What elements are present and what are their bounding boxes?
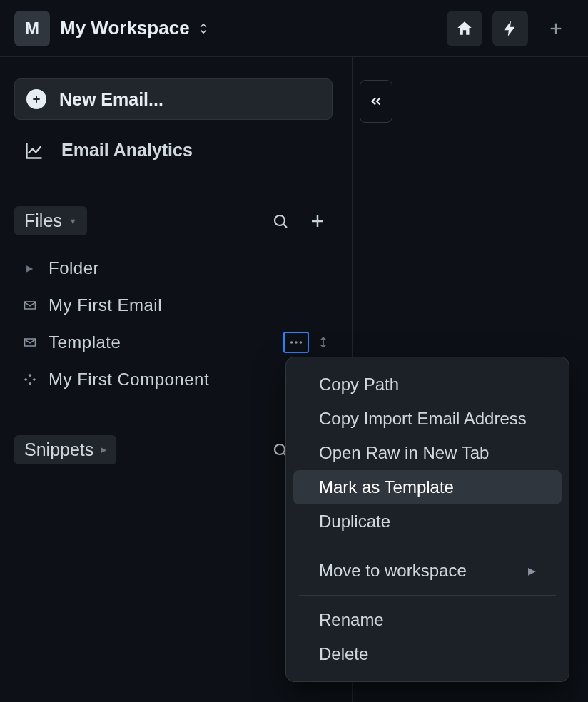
- email-icon: [23, 298, 37, 312]
- menu-label: Mark as Template: [319, 477, 454, 497]
- files-section-header: Files ▼: [14, 206, 338, 235]
- svg-point-8: [290, 341, 293, 344]
- more-horizontal-icon: [288, 335, 304, 350]
- search-icon: [272, 213, 289, 230]
- workspace-name-label: My Workspace: [60, 17, 190, 39]
- menu-item-move-to-workspace[interactable]: Move to workspace ▶: [293, 554, 562, 588]
- menu-label: Copy Path: [319, 375, 399, 395]
- menu-label: Open Raw in New Tab: [319, 443, 489, 463]
- file-item-template[interactable]: Template: [14, 327, 338, 358]
- topbar: M My Workspace: [0, 0, 588, 57]
- file-name-label: My First Email: [49, 295, 162, 315]
- menu-label: Delete: [319, 644, 368, 664]
- files-search-button[interactable]: [270, 211, 290, 231]
- svg-rect-13: [29, 382, 32, 385]
- file-item-folder[interactable]: ▶ Folder: [14, 253, 338, 284]
- menu-item-open-raw[interactable]: Open Raw in New Tab: [293, 436, 562, 470]
- files-add-button[interactable]: [308, 211, 328, 231]
- menu-separator: [299, 546, 556, 546]
- email-analytics-link[interactable]: Email Analytics: [14, 120, 338, 166]
- menu-item-copy-import-email[interactable]: Copy Import Email Address: [293, 402, 562, 436]
- menu-label: Copy Import Email Address: [319, 409, 527, 429]
- svg-rect-12: [29, 374, 32, 377]
- chevrons-left-icon: [368, 93, 384, 109]
- menu-label: Rename: [319, 610, 384, 630]
- collapse-sidebar-button[interactable]: [360, 80, 392, 123]
- menu-item-duplicate[interactable]: Duplicate: [293, 504, 562, 539]
- menu-label: Move to workspace: [319, 561, 467, 581]
- snippets-header-label: Snippets: [24, 439, 93, 460]
- svg-point-10: [300, 341, 303, 344]
- analytics-icon: [24, 141, 44, 161]
- menu-label: Duplicate: [319, 512, 390, 531]
- caret-right-icon: ▶: [23, 261, 37, 275]
- menu-item-delete[interactable]: Delete: [293, 637, 562, 671]
- bolt-icon: [501, 19, 519, 38]
- menu-separator: [299, 595, 556, 596]
- files-header-label: Files: [24, 210, 62, 231]
- topbar-add-button[interactable]: [538, 11, 574, 46]
- snippets-header-pill[interactable]: Snippets ▶: [14, 435, 116, 464]
- svg-point-4: [275, 215, 285, 225]
- component-icon: [23, 372, 37, 387]
- files-header-pill[interactable]: Files ▼: [14, 206, 87, 235]
- svg-line-5: [284, 224, 288, 228]
- file-item-email[interactable]: My First Email: [14, 290, 338, 321]
- file-name-label: Folder: [49, 258, 99, 278]
- svg-point-16: [275, 444, 285, 454]
- menu-item-mark-as-template[interactable]: Mark as Template: [293, 470, 562, 504]
- plus-icon: [309, 213, 326, 230]
- email-icon: [23, 335, 37, 350]
- workspace-initial: M: [25, 19, 39, 39]
- analytics-label: Email Analytics: [61, 140, 193, 161]
- plus-icon: [548, 21, 564, 36]
- caret-down-icon: ▼: [69, 217, 77, 225]
- workspace-switcher[interactable]: My Workspace: [60, 17, 210, 39]
- menu-item-copy-path[interactable]: Copy Path: [293, 367, 562, 402]
- context-menu: Copy Path Copy Import Email Address Open…: [285, 357, 569, 682]
- caret-right-icon: ▶: [101, 445, 106, 454]
- svg-rect-14: [24, 378, 28, 382]
- plus-circle-icon: [26, 89, 46, 109]
- chevron-right-icon: ▶: [528, 565, 536, 576]
- workspace-badge[interactable]: M: [14, 11, 50, 46]
- file-name-label: My First Component: [49, 370, 209, 390]
- home-icon: [455, 19, 474, 38]
- home-button[interactable]: [447, 11, 482, 46]
- svg-point-9: [295, 341, 298, 344]
- menu-item-rename[interactable]: Rename: [293, 603, 562, 637]
- chevrons-updown-icon: [197, 22, 210, 35]
- drag-handle-icon[interactable]: [316, 335, 330, 350]
- bolt-button[interactable]: [492, 11, 528, 46]
- file-name-label: Template: [49, 332, 121, 352]
- file-more-button[interactable]: [283, 332, 309, 353]
- new-email-button[interactable]: New Email...: [14, 78, 333, 120]
- new-email-label: New Email...: [59, 89, 163, 110]
- svg-rect-15: [32, 378, 36, 382]
